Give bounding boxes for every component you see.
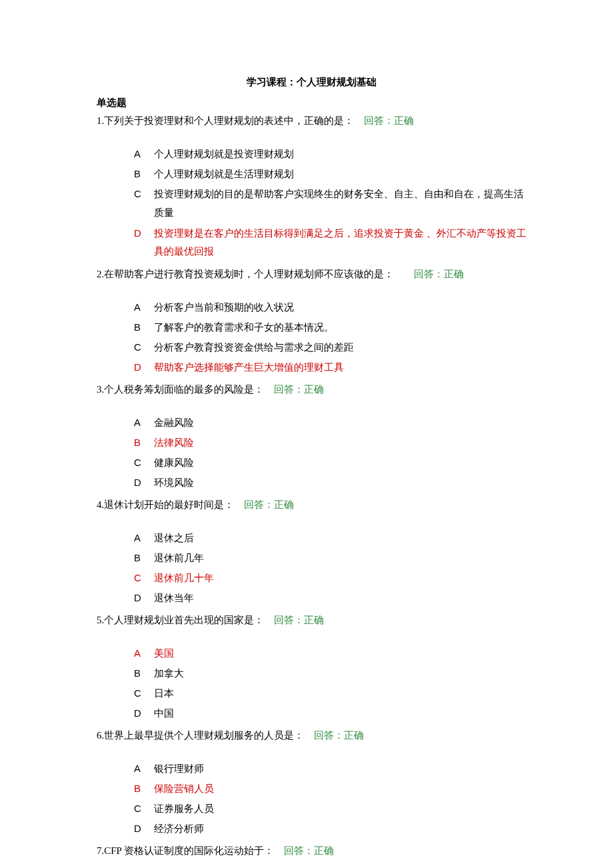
question-stem: 个人理财规划业首先出现的国家是： <box>104 615 264 625</box>
question-5: 5.个人理财规划业首先出现的国家是： 回答：正确 <box>97 611 526 629</box>
option: B了解客户的教育需求和子女的基本情况。 <box>134 318 526 337</box>
option: A分析客户当前和预期的收入状况 <box>134 298 526 317</box>
question-number: 2. <box>97 269 104 279</box>
section-heading: 单选题 <box>97 94 526 112</box>
question-stem: CFP 资格认证制度的国际化运动始于： <box>104 845 274 856</box>
question-stem: 退休计划开始的最好时间是： <box>104 499 234 510</box>
question-stem: 个人税务筹划面临的最多的风险是： <box>104 384 264 395</box>
option: C健康风险 <box>134 453 526 472</box>
question-number: 4. <box>97 499 104 510</box>
option-correct: C退休前几十年 <box>134 569 526 587</box>
option: D环境风险 <box>134 473 526 492</box>
feedback-label: 回答：正确 <box>244 499 294 510</box>
feedback-label: 回答：正确 <box>274 384 324 395</box>
options-q2: A分析客户当前和预期的收入状况 B了解客户的教育需求和子女的基本情况。 C分析客… <box>134 298 526 377</box>
question-6: 6.世界上最早提供个人理财规划服务的人员是： 回答：正确 <box>97 727 526 745</box>
option: D退休当年 <box>134 589 526 607</box>
options-q1: A个人理财规划就是投资理财规划 B个人理财规划就是生活理财规划 C投资理财规划的… <box>134 145 526 261</box>
option: D中国 <box>134 704 526 723</box>
question-number: 1. <box>97 115 104 126</box>
option: B个人理财规划就是生活理财规划 <box>134 165 526 183</box>
option: C投资理财规划的目的是帮助客户实现终生的财务安全、自主、自由和自在，提高生活质量 <box>134 185 526 223</box>
option: B退休前几年 <box>134 549 526 567</box>
question-number: 7. <box>97 845 104 856</box>
document-page: 学习课程：个人理财规划基础 单选题 1.下列关于投资理财和个人理财规划的表述中，… <box>0 0 613 868</box>
option-correct: B法律风险 <box>134 433 526 452</box>
question-stem: 世界上最早提供个人理财规划服务的人员是： <box>104 730 304 741</box>
question-3: 3.个人税务筹划面临的最多的风险是： 回答：正确 <box>97 381 526 399</box>
option: D经济分析师 <box>134 819 526 838</box>
options-q4: A退休之后 B退休前几年 C退休前几十年 D退休当年 <box>134 529 526 607</box>
feedback-label: 回答：正确 <box>274 615 324 625</box>
page-title: 学习课程：个人理财规划基础 <box>97 73 526 91</box>
question-4: 4.退休计划开始的最好时间是： 回答：正确 <box>97 496 526 514</box>
question-stem: 下列关于投资理财和个人理财规划的表述中，正确的是： <box>104 115 354 126</box>
feedback-label: 回答：正确 <box>284 845 334 856</box>
question-number: 6. <box>97 730 104 741</box>
option: B加拿大 <box>134 664 526 683</box>
feedback-label: 回答：正确 <box>414 269 464 279</box>
question-1: 1.下列关于投资理财和个人理财规划的表述中，正确的是： 回答：正确 <box>97 112 526 130</box>
option: C证券服务人员 <box>134 799 526 818</box>
option: A金融风险 <box>134 413 526 432</box>
option: C分析客户教育投资资金供给与需求之间的差距 <box>134 338 526 357</box>
options-q5: A美国 B加拿大 C日本 D中国 <box>134 644 526 723</box>
option: A个人理财规划就是投资理财规划 <box>134 145 526 163</box>
options-q3: A金融风险 B法律风险 C健康风险 D环境风险 <box>134 413 526 492</box>
option: C日本 <box>134 684 526 703</box>
feedback-label: 回答：正确 <box>364 115 414 126</box>
option-correct: A美国 <box>134 644 526 663</box>
option-correct: B保险营销人员 <box>134 779 526 798</box>
options-q6: A银行理财师 B保险营销人员 C证券服务人员 D经济分析师 <box>134 759 526 838</box>
option-correct: D投资理财是在客户的生活目标得到满足之后，追求投资于黄金 、外汇不动产等投资工具… <box>134 224 526 262</box>
question-number: 3. <box>97 384 104 395</box>
question-2: 2.在帮助客户进行教育投资规划时，个人理财规划师不应该做的是：回答：正确 <box>97 265 526 283</box>
question-number: 5. <box>97 615 104 625</box>
option: A退休之后 <box>134 529 526 547</box>
option-correct: D帮助客户选择能够产生巨大增值的理财工具 <box>134 358 526 377</box>
option: A银行理财师 <box>134 759 526 778</box>
question-7: 7.CFP 资格认证制度的国际化运动始于： 回答：正确 <box>97 842 526 860</box>
question-stem: 在帮助客户进行教育投资规划时，个人理财规划师不应该做的是： <box>104 269 394 279</box>
feedback-label: 回答：正确 <box>314 730 364 741</box>
